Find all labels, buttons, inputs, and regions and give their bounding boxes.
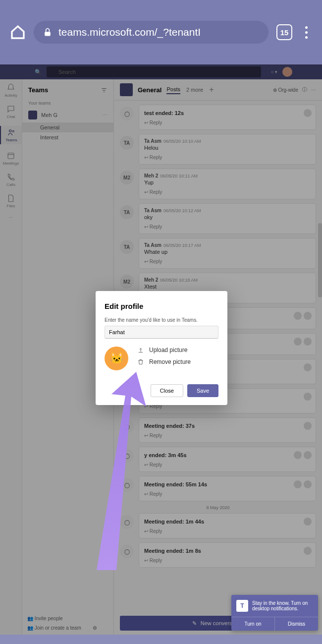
url-text: teams.microsoft.com/_?tenantI [58,26,201,38]
scrollbar-thumb[interactable] [318,223,322,297]
trash-icon [137,358,144,365]
upload-icon [137,347,144,353]
lock-icon [43,27,53,37]
notification-toast: T Stay in the know. Turn on desktop noti… [231,595,318,631]
home-icon[interactable] [10,24,26,40]
edit-profile-modal: Edit profile Enter the name you'd like t… [96,291,227,405]
notification-text: Stay in the know. Turn on desktop notifi… [252,600,313,611]
url-bar[interactable]: teams.microsoft.com/_?tenantI [34,21,268,44]
remove-picture-button[interactable]: Remove picture [137,358,191,365]
teams-app: 🔍 ○ ▾ Activity Chat Teams Meetings Calls… [0,64,322,635]
save-button[interactable]: Save [187,384,218,397]
browser-menu-icon[interactable] [300,26,312,39]
profile-picture: 🐱 [105,347,128,370]
browser-chrome: teams.microsoft.com/_?tenantI 15 [0,0,322,64]
name-input[interactable] [105,326,218,339]
svg-rect-0 [45,32,51,36]
turn-on-button[interactable]: Turn on [231,617,275,631]
upload-picture-button[interactable]: Upload picture [137,347,191,353]
modal-title: Edit profile [105,302,218,310]
modal-hint: Enter the name you'd like to use in Team… [105,317,218,323]
teams-logo-icon: T [236,600,248,612]
tab-count[interactable]: 15 [276,24,292,40]
close-button[interactable]: Close [151,384,183,397]
dismiss-button[interactable]: Dismiss [275,617,318,631]
